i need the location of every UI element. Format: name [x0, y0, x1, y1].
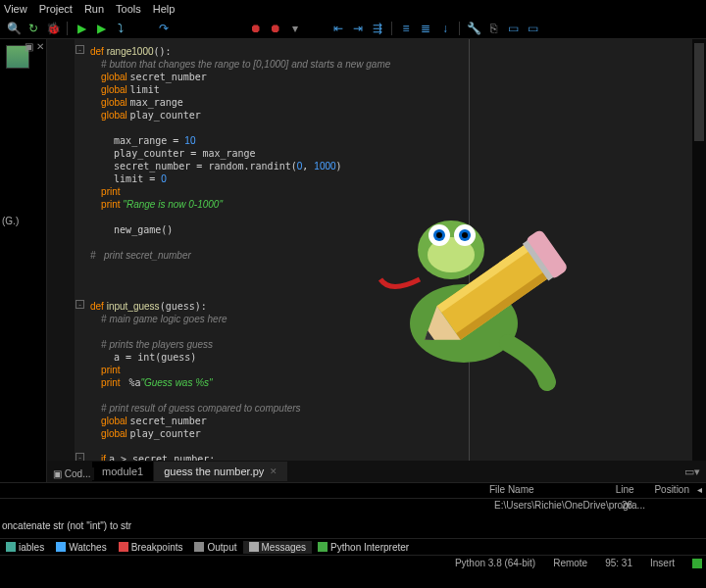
menu-help[interactable]: Help [153, 3, 176, 15]
window2-icon[interactable]: ▭ [525, 21, 540, 36]
tab-guess-number[interactable]: guess the number.py✕ [154, 462, 287, 481]
menubar: View Project Run Tools Help [0, 0, 706, 18]
sidebar-close-icon[interactable]: ▣ ✕ [25, 41, 44, 52]
copy-icon[interactable]: ⎘ [485, 21, 501, 36]
fold-toggle[interactable]: - [76, 453, 84, 461]
code-text[interactable]: def range1000(): # button that changes t… [90, 45, 390, 461]
status-indicator-icon [692, 559, 702, 568]
debug-icon[interactable]: 🐞 [45, 21, 61, 36]
cell-line: 26 [618, 499, 657, 514]
menu-project[interactable]: Project [39, 3, 73, 15]
code-editor[interactable]: - - - - - - def range1000(): # button th… [47, 39, 706, 461]
status-cursor: 95: 31 [605, 558, 632, 568]
cell-filename: E:\Users\Richie\OneDrive\progra... [490, 499, 618, 514]
window1-icon[interactable]: ▭ [505, 21, 521, 36]
list-icon[interactable]: ≡ [398, 21, 414, 36]
tab-messages[interactable]: Messages [243, 541, 313, 554]
messages-panel: File Name Line Position ◂ E:\Users\Richi… [0, 482, 706, 538]
tab-close-icon[interactable]: ✕ [270, 466, 277, 476]
status-mode[interactable]: Insert [650, 558, 675, 568]
menu-tools[interactable]: Tools [116, 3, 141, 15]
tab-output[interactable]: Output [188, 541, 242, 554]
tab-python-interpreter[interactable]: Python Interpreter [312, 541, 415, 554]
run-script-icon[interactable]: ▶ [74, 21, 89, 36]
indent-icon[interactable]: ⇥ [350, 21, 366, 36]
step-over-icon[interactable]: ↷ [156, 21, 172, 36]
step-icon[interactable]: ⤵ [113, 21, 128, 36]
sidebar-label: (G.) [2, 216, 19, 226]
bottom-tabs: iables Watches Breakpoints Output Messag… [0, 538, 706, 555]
stop-icon[interactable]: ⏺ [248, 21, 264, 36]
search-icon[interactable]: 🔍 [6, 21, 22, 36]
outdent-icon[interactable]: ⇤ [330, 21, 346, 36]
fold-toggle[interactable]: - [76, 300, 84, 309]
status-interpreter[interactable]: Python 3.8 (64-bit) [455, 558, 535, 568]
error-message: oncatenate str (not "int") to str [2, 520, 131, 531]
indent2-icon[interactable]: ⇶ [370, 21, 385, 36]
fold-column: - - - - - - [75, 39, 86, 461]
code-explorer-tab[interactable]: ▣ Cod... [49, 467, 94, 480]
run-icon[interactable]: ▶ [93, 21, 109, 36]
fold-toggle[interactable]: - [76, 45, 84, 54]
editor-area: - - - - - - def range1000(): # button th… [47, 39, 706, 482]
status-remote[interactable]: Remote [553, 558, 587, 568]
gutter [47, 39, 75, 461]
status-bar: Python 3.8 (64-bit) Remote 95: 31 Insert [0, 555, 706, 570]
col-scroll-left[interactable]: ◂ [693, 483, 706, 498]
col-position[interactable]: Position [650, 483, 693, 498]
col-filename[interactable]: File Name [485, 483, 612, 498]
menu-view[interactable]: View [4, 3, 27, 15]
tab-variables[interactable]: iables [0, 541, 50, 554]
tools-icon[interactable]: 🔧 [466, 21, 481, 36]
sort-icon[interactable]: ↓ [437, 21, 453, 36]
dropdown-icon[interactable]: ▾ [287, 21, 303, 36]
menu-run[interactable]: Run [84, 3, 104, 15]
messages-header: File Name Line Position ◂ [0, 483, 706, 499]
numlist-icon[interactable]: ≣ [418, 21, 433, 36]
messages-row[interactable]: E:\Users\Richie\OneDrive\progra... 26 [0, 499, 706, 514]
tab-watches[interactable]: Watches [50, 541, 113, 554]
tab-breakpoints[interactable]: Breakpoints [113, 541, 189, 554]
stop2-icon[interactable]: ⏺ [268, 21, 283, 36]
editor-tabs: ▣ Cod... module1 guess the number.py✕ ▭▾ [47, 461, 706, 482]
sidebar: ▣ ✕ (G.) [0, 39, 47, 482]
ruler-line [469, 39, 470, 461]
reload-icon[interactable]: ↻ [25, 21, 41, 36]
col-line[interactable]: Line [612, 483, 651, 498]
vertical-scrollbar[interactable] [692, 39, 706, 461]
tab-module1[interactable]: module1 [92, 462, 153, 481]
tab-overflow-icon[interactable]: ▭▾ [684, 466, 700, 478]
toolbar: 🔍 ↻ 🐞 ▶ ▶ ⤵ ↷ ⏺ ⏺ ▾ ⇤ ⇥ ⇶ ≡ ≣ ↓ 🔧 ⎘ ▭ ▭ [0, 18, 706, 39]
